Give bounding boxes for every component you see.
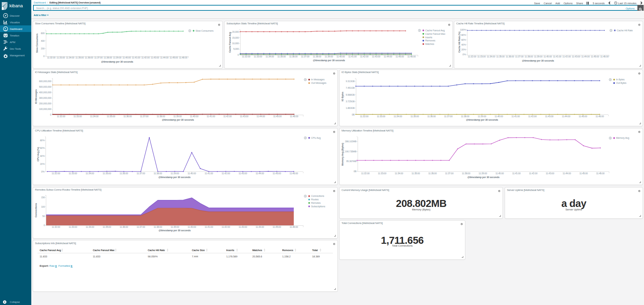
- svg-text:CPU Avg (%): CPU Avg (%): [36, 147, 40, 161]
- svg-text:11:42:00: 11:42:00: [141, 56, 150, 59]
- svg-text:Routes: Routes: [311, 198, 319, 201]
- svg-text:11:33:00: 11:33:00: [254, 55, 262, 57]
- svg-text:11:38:00: 11:38:00: [524, 55, 533, 58]
- svg-text:@timestamp per 30 seconds: @timestamp per 30 seconds: [158, 229, 190, 232]
- svg-text:11:38:00: 11:38:00: [157, 115, 165, 117]
- svg-text:11:32:00: 11:32:00: [242, 55, 251, 57]
- svg-text:11:35:00: 11:35:00: [411, 172, 420, 175]
- svg-text:18.389: 18.389: [312, 255, 320, 258]
- svg-text:11:46:00: 11:46:00: [600, 55, 609, 58]
- svg-text:@timestamp per 30 seconds: @timestamp per 30 seconds: [466, 118, 498, 121]
- svg-text:0%: 0%: [41, 170, 45, 173]
- svg-text:11:43:00: 11:43:00: [151, 56, 160, 59]
- svg-text:11:37:00: 11:37:00: [445, 172, 454, 175]
- svg-text:11:43:00: 11:43:00: [572, 55, 580, 58]
- svg-text:11:43:00: 11:43:00: [240, 115, 248, 117]
- svg-text:40%: 40%: [461, 43, 466, 46]
- svg-text:11:45:00: 11:45:00: [591, 55, 600, 58]
- svg-text:11:35:00: 11:35:00: [75, 56, 84, 59]
- svg-text:11:37:00: 11:37:00: [94, 56, 103, 59]
- svg-text:11:37:00: 11:37:00: [301, 55, 310, 57]
- svg-text:11:42:00: 11:42:00: [223, 115, 232, 117]
- svg-text:11:32:00: 11:32:00: [52, 226, 60, 228]
- svg-text:200: 200: [41, 47, 44, 50]
- svg-text:11:38:00: 11:38:00: [313, 55, 321, 57]
- svg-text:Cache Fanout Max: Cache Fanout Max: [93, 249, 115, 252]
- svg-text:Memory (Bytes): Memory (Bytes): [412, 208, 431, 211]
- svg-text:Memory Avg: Memory Avg: [616, 136, 629, 139]
- svg-text:95.367MB: 95.367MB: [346, 160, 357, 162]
- svg-text:11:38:00: 11:38:00: [461, 115, 470, 117]
- svg-text:@timestamp per 30 seconds: @timestamp per 30 seconds: [522, 59, 554, 62]
- svg-text:10,000: 10,000: [232, 42, 239, 44]
- svg-text:11:41:00: 11:41:00: [132, 56, 140, 59]
- svg-text:@timestamp per 30 seconds: @timestamp per 30 seconds: [101, 60, 133, 63]
- svg-text:190.735MB: 190.735MB: [345, 150, 357, 153]
- svg-text:11:41:00: 11:41:00: [512, 172, 521, 175]
- svg-text:11:34:00: 11:34:00: [394, 115, 402, 117]
- svg-text:60%: 60%: [461, 38, 466, 41]
- svg-text:11:40:00: 11:40:00: [190, 115, 198, 117]
- svg-text:11:32:00: 11:32:00: [52, 172, 60, 175]
- svg-text:11:46:00: 11:46:00: [179, 56, 188, 59]
- svg-text:11:43:00: 11:43:00: [238, 226, 247, 228]
- svg-text:11:36:00: 11:36:00: [506, 55, 514, 58]
- svg-text:Remotes-Subsz-Connz-Routez Tim: Remotes-Subsz-Connz-Routez Timeline [Met…: [35, 188, 101, 191]
- svg-text:208.802MB: 208.802MB: [396, 198, 446, 209]
- svg-text:11:36:00: 11:36:00: [120, 172, 128, 175]
- svg-text:11:35:00: 11:35:00: [103, 172, 111, 175]
- svg-text:11:42:00: 11:42:00: [529, 172, 538, 175]
- svg-text:11:39:00: 11:39:00: [479, 172, 487, 175]
- svg-text:11:32:00: 11:32:00: [360, 115, 369, 117]
- svg-text:11:46:00: 11:46:00: [407, 55, 416, 57]
- svg-text:0%: 0%: [463, 53, 466, 56]
- svg-text:In Bytes: In Bytes: [616, 78, 625, 81]
- svg-text:11:33:00: 11:33:00: [68, 172, 77, 175]
- svg-text:150: 150: [41, 196, 45, 199]
- svg-text:11:40:00: 11:40:00: [544, 55, 552, 58]
- svg-text:11:44:00: 11:44:00: [255, 226, 264, 228]
- svg-text:0: 0: [43, 55, 45, 57]
- svg-text:11:44:00: 11:44:00: [581, 55, 590, 58]
- svg-text:Slow Consumers: Slow Consumers: [35, 33, 39, 53]
- svg-text:20,565.6: 20,565.6: [252, 255, 262, 258]
- svg-text:11:35:00: 11:35:00: [103, 226, 111, 228]
- svg-text:11:42:00: 11:42:00: [360, 55, 369, 57]
- svg-text:11:39:00: 11:39:00: [478, 115, 487, 117]
- svg-text:11:34:00: 11:34:00: [85, 226, 94, 228]
- svg-text:11:42:00: 11:42:00: [528, 115, 537, 117]
- svg-text:Cache Fanout Avg: Cache Fanout Avg: [425, 29, 445, 32]
- svg-text:11:44:00: 11:44:00: [384, 55, 392, 57]
- svg-text:11:41:00: 11:41:00: [511, 115, 520, 117]
- svg-text:Inserts: Inserts: [226, 249, 234, 252]
- svg-text:Server Uptime [Metricbeat NATS: Server Uptime [Metricbeat NATS]: [507, 188, 544, 192]
- svg-text:9.313GB: 9.313GB: [346, 80, 355, 82]
- svg-text:100%: 100%: [460, 29, 466, 31]
- svg-text:Cache Hit Rate Timeline [Metri: Cache Hit Rate Timeline [Metricbeat NATS…: [456, 22, 505, 25]
- svg-text:Raw: Raw: [49, 264, 55, 267]
- svg-text:11:41:00: 11:41:00: [553, 55, 562, 58]
- svg-text:Current Memory Usage [Metricbe: Current Memory Usage [Metricbeat NATS]: [342, 188, 389, 192]
- svg-text:11:40:00: 11:40:00: [188, 172, 196, 175]
- svg-text:20%: 20%: [40, 163, 44, 165]
- svg-text:11:39:00: 11:39:00: [534, 55, 543, 58]
- svg-text:11:35:00: 11:35:00: [277, 55, 286, 57]
- svg-text:11:34:00: 11:34:00: [66, 56, 75, 59]
- svg-text:Cache Size: Cache Size: [192, 249, 205, 252]
- svg-text:11.833: 11.833: [93, 255, 100, 258]
- svg-text:11:42:00: 11:42:00: [222, 226, 230, 228]
- svg-text:11:45:00: 11:45:00: [579, 115, 587, 117]
- svg-text:Out Bytes: Out Bytes: [616, 81, 627, 85]
- svg-text:11:38:00: 11:38:00: [154, 172, 162, 175]
- svg-text:0: 0: [43, 224, 45, 226]
- svg-text:300,000,000: 300,000,000: [39, 97, 51, 99]
- svg-text:@timestamp per 30 seconds: @timestamp per 30 seconds: [158, 176, 190, 179]
- svg-text:11:44:00: 11:44:00: [255, 172, 264, 175]
- svg-text:400,000,000: 400,000,000: [39, 91, 51, 94]
- svg-text:Matches: Matches: [252, 249, 262, 252]
- svg-text:11:45:00: 11:45:00: [170, 56, 178, 59]
- svg-text:286.102MB: 286.102MB: [345, 140, 357, 143]
- svg-text:11:41:00: 11:41:00: [348, 55, 357, 57]
- svg-text:Total: Total: [312, 249, 318, 252]
- svg-text:50: 50: [42, 215, 45, 217]
